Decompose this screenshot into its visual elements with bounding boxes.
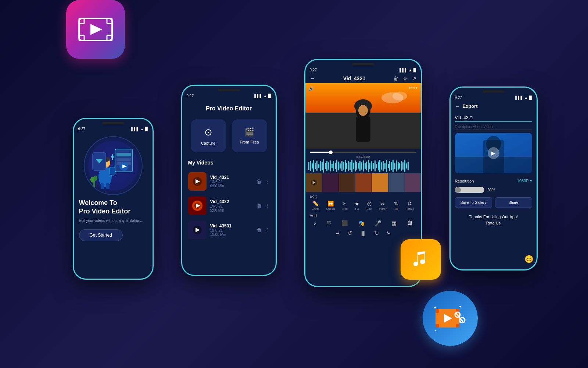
export-header: ← Export [451, 101, 537, 111]
battery-icon-3: ▉ [413, 68, 416, 72]
editor-delete-icon[interactable]: 🗑 [393, 75, 398, 81]
speed-icon: ⏩ [327, 201, 334, 206]
volume-icon[interactable]: 🔊 [308, 86, 314, 91]
blur-tool[interactable]: ◎ Blur [366, 201, 372, 210]
voice-add-icon: 🎤 [375, 220, 381, 226]
video-info-1: Vid_4321 10-5-21 6:00 Min [210, 175, 253, 188]
svg-text:✦: ✦ [459, 305, 462, 309]
video-delete-icon-2[interactable]: 🗑 [257, 203, 262, 209]
video-duration-2: 5:00 Min [210, 208, 253, 212]
resolution-chevron: ▾ [530, 178, 532, 183]
fx-icon: ★ [355, 201, 359, 206]
timeline-thumbnails[interactable] [305, 173, 421, 192]
app-icon-bottom: ✦ ✦ ✦ [423, 291, 478, 346]
status-bar-1: 9:27 ▌▌▌ ▲ ▉ [74, 125, 153, 132]
video-date-2: 10-5-21 [210, 204, 253, 208]
editor-settings-icon[interactable]: ⚙ [403, 75, 408, 81]
get-started-button[interactable]: Get Started [79, 229, 123, 241]
add-section-label: Add [305, 212, 421, 219]
overlay-add-icon: ▦ [392, 220, 397, 226]
phone-notch-3 [352, 63, 374, 65]
editor-title: Vid_4321 [343, 75, 365, 81]
video-more-icon-1[interactable]: ⋮ [265, 178, 270, 184]
export-back-icon[interactable]: ← [455, 103, 460, 109]
flip-tool[interactable]: ⇅ Flip [394, 201, 398, 210]
export-play-button[interactable]: ▶ [488, 147, 499, 159]
blur-icon: ◎ [367, 201, 372, 206]
svg-rect-47 [338, 173, 355, 192]
welcome-illustration [84, 136, 143, 195]
editor-header-icons: 🗑 ⚙ ↗ [393, 75, 416, 81]
voice-add-tool[interactable]: 🎤 [375, 220, 381, 226]
text-add-tool[interactable]: Tt [327, 220, 331, 226]
forward-icon[interactable]: ↻ [374, 230, 379, 238]
rotate-icon: ↺ [408, 201, 412, 206]
waveform-bars [308, 159, 418, 173]
phone-home: 9:27 ▌▌▌ ▲ ▉ Pro Video Editor ⊙ Capture … [181, 85, 277, 276]
action-row: Save To Gallery Share [451, 194, 537, 211]
status-icons-3: ▌▌▌ ▲ ▉ [399, 68, 416, 72]
undo-icon[interactable]: ⤶ [335, 230, 340, 238]
files-label: From Files [240, 140, 259, 144]
description-field[interactable]: Discription About Video... [455, 125, 532, 130]
video-preview: 🔊 16:9 ▾ [305, 83, 421, 149]
fx-tool[interactable]: ★ FX [355, 201, 359, 210]
redo-icon[interactable]: ⤷ [386, 230, 391, 238]
welcome-title: Welcome ToPro Video Editor [79, 199, 147, 216]
effect-label: Effect [312, 207, 319, 210]
status-time-4: 9:27 [455, 96, 462, 100]
video-controls [305, 149, 421, 155]
video-scrubber[interactable] [310, 152, 416, 153]
mirror-icon: ⇔ [380, 201, 385, 206]
from-files-button[interactable]: 🎬 From Files [232, 119, 267, 152]
music-add-tool[interactable]: ♪ [313, 220, 316, 226]
editor-back-icon[interactable]: ← [310, 75, 316, 82]
trim-tool[interactable]: ✂ Trim [342, 201, 348, 210]
video-more-icon-3[interactable]: ⋮ [265, 227, 270, 233]
editor-header: ← Vid_4321 🗑 ⚙ ↗ [305, 74, 421, 83]
color-add-tool[interactable]: ⬛ [341, 220, 348, 226]
sticker-add-tool[interactable]: 🎭 [358, 220, 365, 226]
save-to-gallery-button[interactable]: Save To Gallery [455, 197, 492, 208]
scrubber-dot [329, 151, 333, 154]
waveform: // Generate waveform bars - just add the… [305, 159, 421, 173]
status-time-1: 9:27 [78, 127, 85, 131]
effect-tool[interactable]: ✏️ Effect [312, 201, 319, 210]
video-more-icon-2[interactable]: ⋮ [265, 203, 270, 209]
capture-label: Capture [201, 141, 215, 145]
video-delete-icon-1[interactable]: 🗑 [257, 178, 262, 184]
main-scene: 9:27 ▌▌▌ ▲ ▉ [37, 15, 551, 353]
overlay-add-tool[interactable]: ▦ [392, 220, 397, 226]
phone-notch-4 [483, 91, 505, 93]
rewind-icon[interactable]: ↺ [347, 230, 352, 238]
capture-button[interactable]: ⊙ Capture [191, 119, 226, 152]
video-delete-icon-3[interactable]: 🗑 [257, 227, 262, 233]
editor-export-icon[interactable]: ↗ [412, 75, 416, 81]
wifi-icon-4: ▲ [524, 96, 528, 100]
app-icon-main [66, 0, 125, 59]
aspect-ratio-label: 16:9 ▾ [408, 86, 417, 90]
video-thumb-1 [188, 172, 207, 191]
svg-text:✦: ✦ [434, 305, 437, 309]
progress-row: 20% [451, 185, 537, 194]
speed-tool[interactable]: ⏩ Speed [326, 201, 335, 210]
video-duration-3: 10:00 Min [210, 233, 253, 237]
status-time-2: 9:27 [187, 94, 194, 98]
mirror-tool[interactable]: ⇔ Mirror [379, 201, 387, 210]
image-add-tool[interactable]: 🖼 [407, 220, 412, 226]
share-button[interactable]: Share [495, 197, 532, 208]
music-note-icon [401, 239, 441, 280]
video-thumb-2 [188, 197, 207, 215]
video-info-2: Vid_4322 10-5-21 5:00 Min [210, 199, 253, 212]
video-actions-2: 🗑 ⋮ [257, 203, 270, 209]
svg-rect-22 [101, 183, 104, 189]
rotate-tool[interactable]: ↺ Rotate [405, 201, 414, 210]
resolution-value[interactable]: 1080P ▾ [517, 178, 532, 183]
blur-label: Blur [366, 207, 372, 210]
my-videos-label: My Videos [182, 160, 276, 166]
pause-icon[interactable]: ⏸ [359, 230, 367, 238]
video-title-2: Vid_4322 [210, 199, 253, 204]
welcome-subtitle: Edit your videos without any limitation.… [79, 218, 147, 223]
svg-rect-63 [455, 157, 532, 173]
speed-label: Speed [326, 207, 335, 210]
